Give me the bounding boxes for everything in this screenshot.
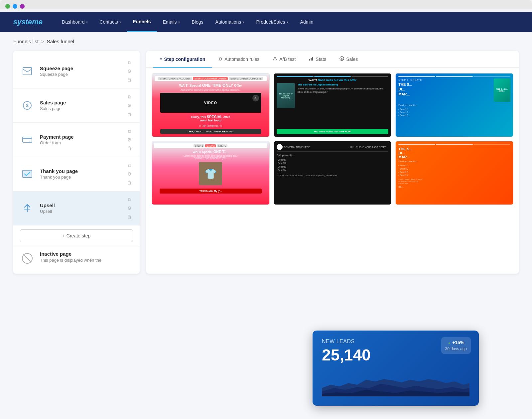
step-title-thankyou: Thank you page [40, 168, 120, 174]
nav-admin[interactable]: Admin [294, 12, 320, 32]
step-title-payment: Payment page [40, 134, 120, 140]
ab-test-icon [273, 56, 277, 62]
nav-chevron: ▾ [86, 20, 88, 24]
stats-arrow: ▲ [448, 341, 451, 345]
step-settings-btn[interactable]: ⚙ [126, 205, 133, 212]
sales-tab-icon: $ [339, 56, 344, 62]
step-title-sales: Sales page [40, 100, 120, 105]
step-subtitle-thankyou: Thank you page [40, 175, 120, 180]
nav-chevron: ▾ [242, 20, 244, 24]
svg-rect-10 [312, 57, 313, 61]
template-card-6[interactable]: THE S...DI...MAR... Don't you want to...… [395, 141, 513, 205]
breadcrumb-parent-link[interactable]: Funnels list [13, 39, 39, 44]
template-card-1[interactable]: STEP 1: CREATE ACCOUNT STEP 2: CUSTOMER … [152, 73, 270, 137]
step-item-payment[interactable]: Payment page Order form ⧉ ⚙ 🗑 [13, 123, 140, 157]
create-step-button[interactable]: + Create step [20, 229, 133, 242]
step-delete-btn[interactable]: 🗑 [126, 76, 133, 83]
step-item-thankyou[interactable]: Thank you page Thank you page ⧉ ⚙ 🗑 [13, 157, 140, 191]
step-item-squeeze[interactable]: Squeeze page Squeeze page ⧉ ⚙ 🗑 [13, 54, 140, 88]
step-text-squeeze: Squeeze page Squeeze page [40, 66, 120, 77]
template-card-5[interactable]: ○ COMPANY NAME HERE OK... THIS IS YOUR L… [274, 141, 392, 205]
step-settings-btn[interactable]: ⚙ [126, 136, 133, 143]
stats-change: ▲ +15% [448, 340, 464, 345]
step-title-upsell: Upsell [40, 203, 120, 208]
steps-panel: Squeeze page Squeeze page ⧉ ⚙ 🗑 $ [13, 51, 140, 274]
templates-grid: STEP 1: CREATE ACCOUNT STEP 2: CUSTOMER … [146, 68, 519, 210]
payment-page-icon [20, 132, 35, 147]
tab-step-configuration[interactable]: ≡ Step configuration [153, 51, 212, 68]
tab-ab-test[interactable]: A/B test [266, 51, 302, 68]
thankyou-page-icon [20, 167, 35, 181]
svg-rect-5 [23, 170, 32, 178]
stats-badge: ▲ +15% 30 days ago [441, 337, 471, 354]
inactive-page-title: Inactive page [40, 251, 133, 257]
template-thumb-3: STEP 1: CREATE THE S... DI... MAR... THE… [396, 73, 513, 137]
inactive-page-icon [20, 251, 35, 266]
top-nav: systeme Dashboard ▾ Contacts ▾ Funnels E… [0, 12, 532, 32]
step-settings-btn[interactable]: ⚙ [126, 68, 133, 75]
step-delete-btn[interactable]: 🗑 [126, 213, 133, 220]
tab-stats[interactable]: Stats [302, 51, 333, 68]
step-subtitle-upsell: Upsell [40, 209, 120, 214]
svg-text:$: $ [26, 103, 29, 108]
automation-icon: ⚙ [218, 57, 222, 62]
step-item-sales[interactable]: $ Sales page Sales page ⧉ ⚙ 🗑 [13, 88, 140, 123]
nav-contacts[interactable]: Contacts ▾ [94, 12, 127, 32]
step-copy-btn[interactable]: ⧉ [126, 162, 133, 169]
step-delete-btn[interactable]: 🗑 [126, 179, 133, 186]
step-text-thankyou: Thank you page Thank you page [40, 168, 120, 180]
step-item-upsell[interactable]: Upsell Upsell ⧉ ⚙ 🗑 [13, 191, 140, 225]
template-thumb-2: WAIT! Don't miss out on this offer The S… [274, 73, 391, 137]
step-subtitle-squeeze: Squeeze page [40, 72, 120, 77]
dot-blue [13, 4, 17, 9]
step-settings-btn[interactable]: ⚙ [126, 102, 133, 109]
tabs: ≡ Step configuration ⚙ Automation rules … [146, 51, 519, 68]
step-copy-btn[interactable]: ⧉ [126, 196, 133, 203]
inactive-page-subtitle: This page is displayed when the [40, 257, 133, 263]
dot-purple [20, 4, 25, 9]
inactive-page-item: Inactive page This page is displayed whe… [13, 246, 140, 270]
template-thumb-5: ○ COMPANY NAME HERE OK... THIS IS YOUR L… [274, 141, 391, 205]
inactive-page-text: Inactive page This page is displayed whe… [40, 251, 133, 263]
stats-card-overlay: NEW LEADS 25,140 ▲ +15% 30 days ago [313, 331, 479, 406]
step-copy-btn[interactable]: ⧉ [126, 59, 133, 66]
svg-rect-3 [23, 137, 32, 142]
step-text-sales: Sales page Sales page [40, 100, 120, 111]
step-delete-btn[interactable]: 🗑 [126, 145, 133, 152]
nav-dashboard[interactable]: Dashboard ▾ [56, 12, 94, 32]
step-actions-payment: ⧉ ⚙ 🗑 [126, 127, 133, 152]
template-card-4[interactable]: STEP 1 STEP 2 STEP 3 WAIT! Special ONE T… [152, 141, 270, 205]
nav-blogs[interactable]: Blogs [186, 12, 209, 32]
sales-page-icon: $ [20, 98, 35, 113]
step-copy-btn[interactable]: ⧉ [126, 93, 133, 100]
nav-emails[interactable]: Emails ▾ [157, 12, 186, 32]
browser-chrome [0, 0, 532, 9]
template-card-3[interactable]: STEP 1: CREATE THE S... DI... MAR... THE… [395, 73, 513, 137]
tab-automation-rules[interactable]: ⚙ Automation rules [212, 51, 266, 68]
browser-dots [5, 4, 527, 9]
nav-product-sales[interactable]: Product/Sales ▾ [250, 12, 294, 32]
svg-rect-0 [23, 68, 32, 75]
template-thumb-4: STEP 1 STEP 2 STEP 3 WAIT! Special ONE T… [152, 141, 269, 205]
mountain-chart [322, 370, 469, 396]
nav-automations[interactable]: Automations ▾ [209, 12, 250, 32]
content-panel: ≡ Step configuration ⚙ Automation rules … [146, 51, 519, 274]
nav-chevron: ▾ [178, 20, 180, 24]
step-copy-btn[interactable]: ⧉ [126, 127, 133, 135]
step-delete-btn[interactable]: 🗑 [126, 110, 133, 118]
breadcrumb: Funnels list > Sales funnel [13, 39, 519, 44]
template-card-2[interactable]: WAIT! Don't miss out on this offer The S… [274, 73, 392, 137]
nav-funnels[interactable]: Funnels [127, 12, 157, 32]
stats-icon [309, 56, 314, 62]
funnel-layout: Squeeze page Squeeze page ⧉ ⚙ 🗑 $ [13, 51, 519, 274]
logo[interactable]: systeme [13, 18, 43, 26]
breadcrumb-separator: > [41, 39, 44, 44]
tab-sales[interactable]: $ Sales [333, 51, 364, 68]
step-actions-thankyou: ⧉ ⚙ 🗑 [126, 162, 133, 186]
step-text-payment: Payment page Order form [40, 134, 120, 145]
step-actions-squeeze: ⧉ ⚙ 🗑 [126, 59, 133, 83]
template-thumb-1: STEP 1: CREATE ACCOUNT STEP 2: CUSTOMER … [152, 73, 269, 137]
svg-point-4 [30, 141, 31, 142]
step-text-upsell: Upsell Upsell [40, 203, 120, 214]
step-settings-btn[interactable]: ⚙ [126, 170, 133, 178]
